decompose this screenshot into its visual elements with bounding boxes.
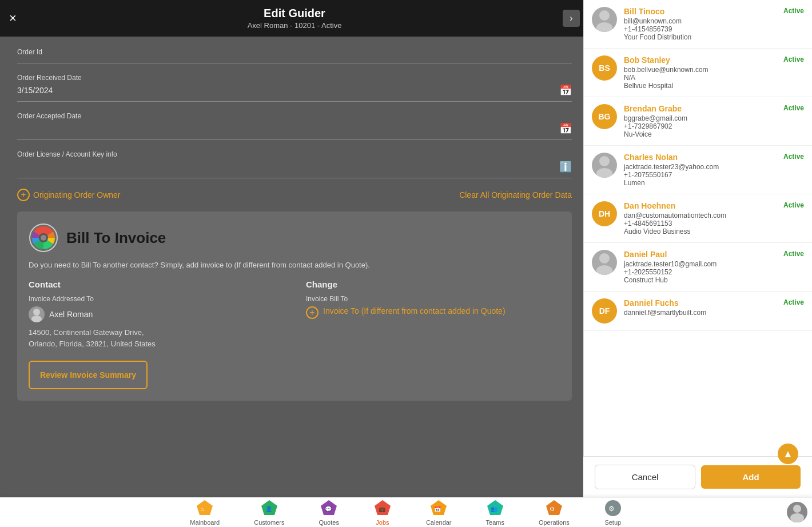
nav-item-jobs[interactable]: 💼 Jobs — [356, 497, 409, 527]
nav-icon-setup: ⚙ — [604, 499, 622, 517]
order-license-label: Order License / Account Key info — [17, 150, 572, 158]
nav-label-customers: Customers — [254, 519, 284, 526]
originating-owner-label: Originating Order Owner — [33, 190, 121, 199]
bill-section: Bill To Invoice Do you need to Bill To a… — [17, 211, 572, 401]
svg-text:⚙: ⚙ — [550, 506, 555, 512]
contact-list-item[interactable]: Daniel Paul jacktrade.tester10@gmail.com… — [584, 243, 812, 292]
svg-point-3 — [33, 309, 40, 316]
add-invoice-to-button[interactable]: + Invoice To (If different from contact … — [306, 306, 505, 319]
svg-point-28 — [790, 513, 804, 522]
contact-name: Charles Nolan — [624, 153, 777, 162]
contact-list-item[interactable]: Bill Tinoco bill@unknown.com +1-41548567… — [584, 0, 812, 49]
contact-company: Audio Video Business — [624, 227, 777, 235]
bill-title: Bill To Invoice — [66, 229, 166, 247]
contact-info: Bob Stanley bob.bellvue@unknown.com N/A … — [624, 55, 777, 90]
contact-phone: +1-4154856739 — [624, 25, 777, 33]
nav-item-calendar[interactable]: 📅 Calendar — [409, 497, 469, 527]
contact-email: bill@unknown.com — [624, 17, 777, 25]
close-button[interactable]: × — [9, 12, 17, 25]
nav-label-mainboard: Mainboard — [190, 519, 220, 526]
nav-item-quotes[interactable]: 💬 Quotes — [301, 497, 356, 527]
contact-list-item[interactable]: Charles Nolan jacktrade.tester23@yahoo.c… — [584, 146, 812, 194]
scroll-up-button[interactable]: ▲ — [778, 444, 798, 464]
plus-circle-icon: + — [17, 189, 30, 201]
next-button[interactable]: › — [563, 10, 580, 27]
contact-list-item[interactable]: DH Dan Hoehnen dan@customautomationtech.… — [584, 194, 812, 243]
order-received-label: Order Received Date — [17, 74, 572, 82]
contact-phone: +1-2025550152 — [624, 268, 777, 276]
nav-icon-quotes: 💬 — [320, 499, 338, 517]
svg-text:⌂: ⌂ — [200, 505, 204, 512]
cancel-button[interactable]: Cancel — [595, 465, 695, 489]
order-id-field: Order Id — [17, 48, 572, 63]
contact-name: Brendan Grabe — [624, 104, 777, 113]
order-accepted-label: Order Accepted Date — [17, 112, 572, 120]
add-originating-owner-button[interactable]: + Originating Order Owner — [17, 189, 121, 201]
review-invoice-button[interactable]: Review Invoice Summary — [29, 361, 148, 389]
contact-info: Brendan Grabe bggrabe@gmail.com +1-73298… — [624, 104, 777, 138]
contact-info: Dan Hoehnen dan@customautomationtech.com… — [624, 201, 777, 235]
svg-text:⚙: ⚙ — [608, 505, 615, 513]
plus-circle-invoice-icon: + — [306, 306, 319, 319]
nav-label-calendar: Calendar — [426, 519, 452, 526]
contact-list-item[interactable]: DF Danniel Fuchs danniel.f@smartlybuilt.… — [584, 292, 812, 331]
contact-email: dan@customautomationtech.com — [624, 211, 777, 219]
svg-point-8 — [596, 168, 612, 178]
modal-header: × Edit Guider Axel Roman - 10201 - Activ… — [0, 0, 589, 37]
order-received-value[interactable]: 3/15/2024 — [17, 86, 53, 95]
contact-email: bob.bellvue@unknown.com — [624, 66, 777, 74]
svg-text:💼: 💼 — [379, 505, 386, 513]
modal-title: Edit Guider — [9, 7, 580, 20]
bill-columns: Contact Invoice Addressed To Axel Roman … — [29, 280, 560, 349]
contact-company: Nu-Voice — [624, 130, 777, 138]
invoice-addressed-label: Invoice Addressed To — [29, 295, 283, 303]
calendar-icon-received[interactable]: 📅 — [559, 84, 572, 97]
contact-phone: +1-7329867902 — [624, 122, 777, 130]
svg-point-2 — [41, 235, 46, 241]
contact-avatar: DF — [592, 298, 617, 324]
contact-company: Lumen — [624, 179, 777, 187]
nav-item-operations[interactable]: ⚙ Operations — [522, 497, 587, 527]
svg-point-9 — [599, 253, 610, 264]
contact-avatar — [592, 7, 617, 32]
contact-avatar — [592, 250, 617, 275]
nav-item-teams[interactable]: 👥 Teams — [469, 497, 522, 527]
contact-email: jacktrade.tester23@yahoo.com — [624, 163, 777, 171]
calendar-icon-accepted[interactable]: 📅 — [559, 122, 572, 135]
change-column: Change Invoice Bill To + Invoice To (If … — [306, 280, 560, 349]
contact-name: Axel Roman — [49, 310, 93, 319]
contact-phone: +1-2075550167 — [624, 171, 777, 179]
contact-column: Contact Invoice Addressed To Axel Roman … — [29, 280, 283, 349]
svg-point-7 — [599, 156, 610, 166]
add-button[interactable]: Add — [701, 465, 801, 489]
bill-description: Do you need to Bill To another contact? … — [29, 261, 560, 269]
nav-item-mainboard[interactable]: ⌂ Mainboard — [173, 497, 237, 527]
svg-text:👥: 👥 — [491, 505, 498, 513]
contact-person: Axel Roman — [29, 306, 283, 322]
nav-item-setup[interactable]: ⚙ Setup — [587, 497, 639, 527]
contact-status: Active — [783, 55, 804, 63]
nav-item-customers[interactable]: 👤 Customers — [237, 497, 301, 527]
order-accepted-field: Order Accepted Date 📅 — [17, 112, 572, 140]
invoice-to-label: Invoice To (If different from contact ad… — [323, 306, 505, 316]
contact-info: Charles Nolan jacktrade.tester23@yahoo.c… — [624, 153, 777, 187]
panel-footer: Cancel Add — [583, 456, 812, 497]
contact-name: Daniel Paul — [624, 250, 777, 259]
svg-marker-11 — [197, 500, 213, 515]
bottom-nav: ⌂ Mainboard 👤 Customers 💬 Quotes 💼 Jobs … — [0, 497, 812, 527]
svg-text:💬: 💬 — [325, 505, 332, 513]
svg-point-6 — [596, 22, 612, 32]
clear-originating-button[interactable]: Clear All Originating Order Data — [459, 190, 572, 199]
user-avatar[interactable] — [787, 502, 807, 522]
contact-list-item[interactable]: BG Brendan Grabe bggrabe@gmail.com +1-73… — [584, 97, 812, 146]
svg-text:👤: 👤 — [265, 505, 273, 513]
contact-name: Bill Tinoco — [624, 7, 777, 16]
originating-row: + Originating Order Owner Clear All Orig… — [17, 189, 572, 201]
contact-phone: N/A — [624, 74, 777, 82]
info-icon: ℹ️ — [559, 161, 572, 173]
contact-list-item[interactable]: BS Bob Stanley bob.bellvue@unknown.com N… — [584, 49, 812, 97]
bill-header: Bill To Invoice — [29, 223, 560, 253]
contact-phone: +1-4845691153 — [624, 219, 777, 227]
contact-company: Bellvue Hospital — [624, 82, 777, 90]
svg-point-4 — [31, 316, 42, 322]
